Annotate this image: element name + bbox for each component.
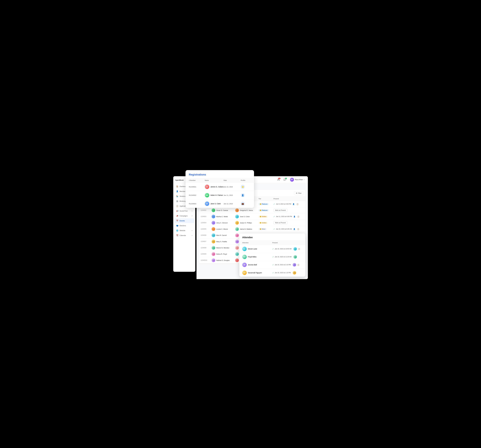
sidebar-item-elections[interactable]: 🗳️ Elections <box>174 223 194 228</box>
profile-icon[interactable]: 👤 <box>293 228 296 231</box>
check-icon: ✓ <box>272 256 274 258</box>
clipboard-icon[interactable]: 📋 <box>297 215 300 218</box>
check-icon: ✓ <box>272 248 274 250</box>
avatar: SN <box>242 270 247 275</box>
avatar: RK <box>290 178 294 182</box>
attendee-row: FM Floyd Miles ✓ Jan 10, 2023 at 11:25 A… <box>239 253 305 261</box>
cell-present: ✓ Jan 11, 2023 at 4:00 PM 👤 📋 <box>272 214 305 220</box>
user-menu[interactable]: RK Raza Khan ▾ <box>289 177 305 182</box>
profile-icon[interactable]: 👤 <box>241 193 245 197</box>
clipboard-icon[interactable]: 📋 <box>297 228 300 231</box>
reg-name: JG James G. Solano <box>205 185 224 189</box>
reg-row: R1234502 HH Helen H. Palmer Jan 11, 2023… <box>186 191 254 200</box>
sidebar-item-label: Social Post <box>180 210 188 212</box>
filter-icon: ⚙ <box>296 192 297 194</box>
avatar: MS <box>211 240 215 243</box>
cell-agent: JS Jose S. Colon <box>233 214 257 220</box>
reg-date: Jan 10, 2023 <box>224 186 241 188</box>
present-date: Jan 9, 2023 at 3:50 PM <box>276 203 291 205</box>
cell-number: 1234509 <box>199 251 210 257</box>
clipboard-icon[interactable]: 📋 <box>296 202 299 206</box>
avatar-icon[interactable]: DL <box>293 247 297 251</box>
avatar: JS <box>205 201 209 206</box>
reg-table-header: # Number Name Date Profile <box>186 178 254 183</box>
sidebar-item-calendar[interactable]: 📆 Calendar ▾ <box>174 233 194 238</box>
attendee-col-attendee: Attendee <box>242 242 272 244</box>
attendee-present: ✓ Jan 10, 2023 at 2:15 PM JB 📋 <box>272 263 302 266</box>
avatar: DR <box>211 252 215 256</box>
cell-name: DR Debra R. Floyd <box>210 251 233 257</box>
cell-present: ✓ Jan 15, 2023 at 8:45 AM 👤 📋 <box>272 226 305 232</box>
tier-badge: 😊 Golden <box>258 222 268 224</box>
reg-row: R1234503 JS Jane S. Clark Jan 12, 2023 💼 <box>186 200 254 208</box>
cell-tier: 😊 Silver <box>257 226 272 232</box>
avatar-icon[interactable]: JB <box>293 263 296 266</box>
present-date: Jan 10, 2023 at 1:10 PM <box>275 272 291 274</box>
mark-as-present-button[interactable]: Mark as Present <box>273 221 287 224</box>
present-date: Jan 15, 2023 at 8:45 AM <box>276 228 292 230</box>
present-info: ✓ Jan 11, 2023 at 4:00 PM 👤 📋 <box>273 215 304 218</box>
avatar: JB <box>235 227 239 231</box>
cell-name: LC Louise C. Moore <box>210 226 233 232</box>
sidebar-item-social-post[interactable]: 📢 Social Post ▾ <box>174 209 194 213</box>
attendee-person: DL Devon Lane <box>242 247 272 251</box>
clipboard-icon[interactable]: 📋 <box>297 263 300 266</box>
tier-badge: 😊 Silver <box>258 228 267 230</box>
social-post-icon: 📢 <box>176 210 178 212</box>
table-row: 1234503 MC Martha C. Webb JS Jose S. Col… <box>199 214 305 220</box>
reg-col-number: # Number <box>189 179 205 181</box>
notifications-button[interactable]: 10 <box>276 178 281 182</box>
cell-number: 1234503 <box>199 214 210 220</box>
avatar: JS <box>235 215 239 218</box>
applications-icon: 📋 <box>176 205 178 207</box>
avatar-icon[interactable]: SN <box>293 271 296 274</box>
avatar: JP <box>235 252 239 256</box>
tier-badge: 😊 Golden <box>258 216 268 218</box>
present-date: Jan 10, 2023 at 2:15 PM <box>275 264 291 266</box>
registrations-card: Registrations # Number Name Date Profile… <box>186 170 254 208</box>
sidebar-item-campaigns[interactable]: 📣 Campaigns ▾ <box>174 214 194 218</box>
check-icon: ✓ <box>272 272 274 274</box>
avatar: MN <box>211 246 215 250</box>
avatar-icon[interactable]: FM <box>293 255 297 259</box>
table-row: 1234504 JC Jerry C. Denson JD Jaclyn D. … <box>199 220 305 226</box>
reg-number: R1234503 <box>189 203 205 205</box>
reg-name: JS Jane S. Clark <box>205 201 224 206</box>
profile-icon[interactable]: 👤 <box>292 202 295 206</box>
cell-name: NE Nathan E. Douglas <box>210 257 233 263</box>
sidebar-item-events[interactable]: 📅 Events <box>174 218 194 223</box>
cell-name: WR Wes R. Carroll <box>210 232 233 239</box>
reg-col-profile: Profile <box>241 179 251 181</box>
sidebar-item-website[interactable]: 🌐 Website ▾ <box>174 228 194 233</box>
mark-as-present-button[interactable]: Mark as Present <box>273 209 287 212</box>
avatar: BD <box>235 240 239 243</box>
present-date: Jan 11, 2023 at 4:00 PM <box>276 216 292 217</box>
attendee-row: JB Jerome Bell ✓ Jan 10, 2023 at 2:15 PM… <box>239 261 305 269</box>
reg-col-name: Name <box>205 179 224 181</box>
cell-agent: JB Jaime B. Watkins <box>233 226 257 232</box>
check-icon: ✓ <box>273 228 275 230</box>
chevron-down-icon: ▾ <box>192 235 192 236</box>
clipboard-icon[interactable]: 📋 <box>298 247 301 250</box>
cell-number: 1234506 <box>199 232 210 239</box>
avatar: DL <box>242 247 247 251</box>
avatar: JC <box>211 221 215 225</box>
table-row: 1234505 LC Louise C. Moore JB Jaime B. W… <box>199 226 305 232</box>
reg-col-date: Date <box>224 179 241 181</box>
reg-number: R1234501 <box>189 186 205 188</box>
cell-name: MS Mary S. Padilla <box>210 239 233 245</box>
messages-badge: 4 <box>285 178 287 179</box>
reg-row: R1234501 JG James G. Solano Jan 10, 2023… <box>186 183 254 191</box>
profile-icon[interactable]: ⭐ <box>241 185 245 189</box>
filter-button[interactable]: ⚙ Filter <box>294 191 303 195</box>
messages-button[interactable]: 4 <box>283 178 287 182</box>
attendee-person: FM Floyd Miles <box>242 255 272 259</box>
attendee-present: ✓ Jan 10, 2023 at 10:55 AM DL 📋 <box>272 247 302 251</box>
cell-number: 1234507 <box>199 239 210 245</box>
check-icon: ✓ <box>273 216 275 217</box>
profile-icon[interactable]: 👤 <box>293 215 296 218</box>
attendee-present: ✓ Jan 10, 2023 at 11:25 AM FM <box>272 255 302 259</box>
profile-icon[interactable]: 💼 <box>241 202 245 206</box>
cell-tier: 😊 Golden <box>257 220 272 226</box>
attendee-table-header: Attendee Present <box>239 240 305 245</box>
